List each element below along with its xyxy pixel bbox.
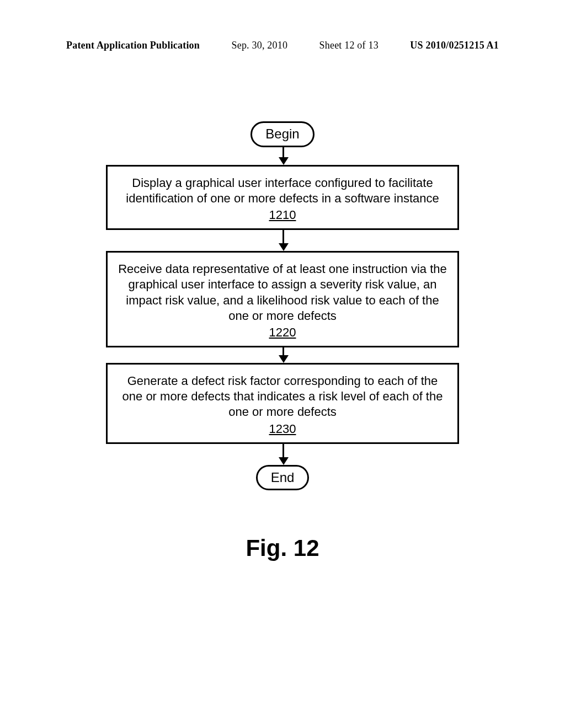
doc-type: Patent Application Publication xyxy=(66,40,200,51)
step-ref: 1220 xyxy=(118,325,447,340)
step-text: Generate a defect risk factor correspond… xyxy=(122,374,443,419)
figure-label: Fig. 12 xyxy=(0,535,565,561)
flowchart: Begin Display a graphical user interface… xyxy=(0,121,565,490)
step-ref: 1210 xyxy=(118,207,447,223)
terminator-begin: Begin xyxy=(250,121,314,147)
step-1230: Generate a defect risk factor correspond… xyxy=(106,363,459,444)
step-ref: 1230 xyxy=(118,421,447,437)
begin-label: Begin xyxy=(265,126,299,141)
end-label: End xyxy=(271,470,295,485)
terminator-end: End xyxy=(256,465,310,491)
publication-number: US 2010/0251215 A1 xyxy=(410,40,499,51)
step-text: Display a graphical user interface confi… xyxy=(126,176,439,205)
step-1220: Receive data representative of at least … xyxy=(106,251,459,347)
step-1210: Display a graphical user interface confi… xyxy=(106,165,459,230)
step-text: Receive data representative of at least … xyxy=(118,262,447,322)
sheet-info: Sheet 12 of 13 xyxy=(319,40,379,51)
patent-page: Patent Application Publication Sep. 30, … xyxy=(0,0,565,728)
page-header: Patent Application Publication Sep. 30, … xyxy=(66,40,499,51)
pub-date: Sep. 30, 2010 xyxy=(232,40,288,51)
